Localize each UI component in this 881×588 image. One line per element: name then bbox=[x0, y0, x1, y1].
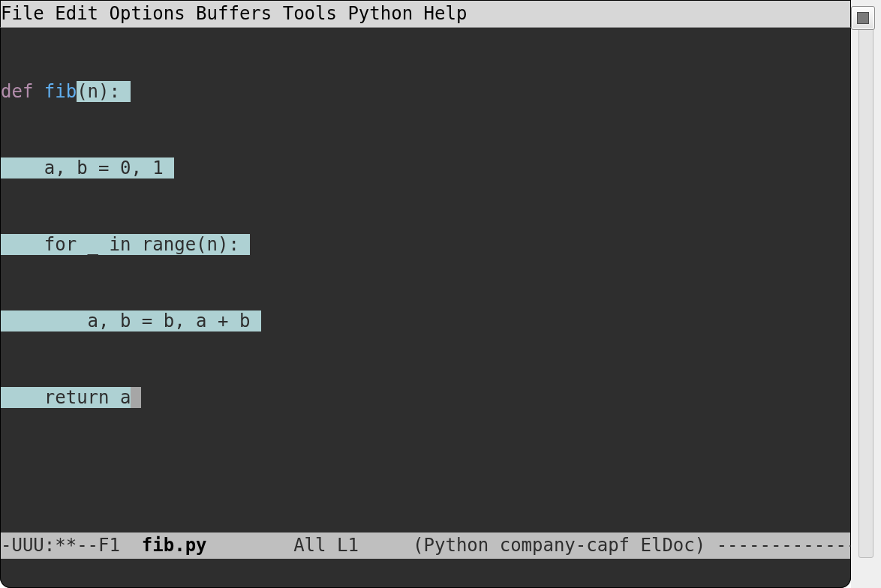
code-line-4: a, b = b, a + b bbox=[1, 308, 850, 334]
modeline-status: -UUU:**--F1 bbox=[1, 535, 142, 556]
keyword-def: def bbox=[1, 81, 33, 102]
text-cursor bbox=[131, 387, 141, 408]
scrollbar-track[interactable] bbox=[858, 27, 873, 558]
editor-area[interactable]: def fib(n): a, b = 0, 1 for _ in range(n… bbox=[0, 28, 851, 532]
code-line-3: for _ in range(n): bbox=[1, 232, 850, 257]
menu-bar: File Edit Options Buffers Tools Python H… bbox=[0, 0, 851, 28]
window-control-icon[interactable] bbox=[851, 6, 875, 30]
buffer-name: fib.py bbox=[142, 535, 207, 556]
menu-file[interactable]: File bbox=[1, 1, 44, 27]
menu-options[interactable]: Options bbox=[110, 1, 185, 27]
menu-buffers[interactable]: Buffers bbox=[196, 1, 272, 27]
minibuffer[interactable] bbox=[0, 559, 851, 588]
menu-edit[interactable]: Edit bbox=[55, 1, 98, 27]
code-line-2: a, b = 0, 1 bbox=[1, 155, 850, 181]
selection: (n): bbox=[77, 81, 120, 102]
code-line-5: return a bbox=[1, 385, 850, 410]
code-text: a, b = 0, 1 bbox=[44, 158, 174, 178]
square-icon bbox=[857, 12, 869, 24]
code-text: for _ in range(n): bbox=[44, 234, 251, 255]
emacs-frame: File Edit Options Buffers Tools Python H… bbox=[0, 0, 881, 588]
menu-python[interactable]: Python bbox=[347, 1, 413, 27]
func-name: fib bbox=[44, 81, 77, 102]
code-text: a, b = b, a + b bbox=[88, 310, 261, 332]
menu-help[interactable]: Help bbox=[424, 1, 468, 27]
menu-tools[interactable]: Tools bbox=[283, 1, 337, 27]
scrollbar-column bbox=[851, 0, 881, 588]
code-text: return a bbox=[44, 387, 131, 408]
modeline-info: All L1 (Python company-capf ElDoc) -----… bbox=[207, 535, 858, 556]
code-line-1: def fib(n): bbox=[1, 79, 850, 104]
main-column: File Edit Options Buffers Tools Python H… bbox=[0, 0, 851, 588]
mode-line[interactable]: -UUU:**--F1 fib.py All L1 (Python compan… bbox=[0, 532, 851, 559]
